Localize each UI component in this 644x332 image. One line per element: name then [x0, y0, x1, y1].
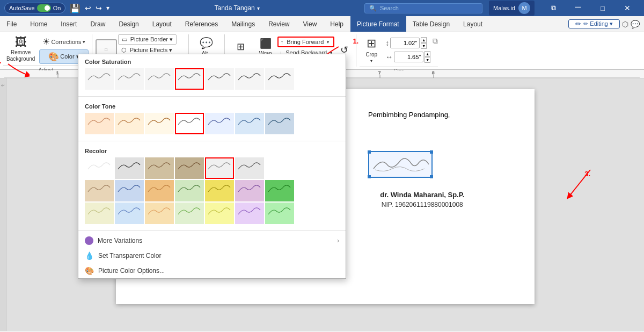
- width-input-row: ↔ ▲ ▼: [385, 51, 430, 63]
- recolor-thumb-lt-lavender[interactable]: [235, 203, 264, 224]
- title-bar: AutoSave On 💾 ↩ ↪ ▾ Tanda Tangan ▾ 🔍 Sea…: [0, 0, 644, 16]
- tab-view[interactable]: View: [297, 16, 324, 32]
- search-icon: 🔍: [369, 5, 377, 12]
- close-btn[interactable]: ✕: [615, 0, 640, 16]
- editing-tab[interactable]: ✏ ✏ Editing ▾: [568, 19, 620, 28]
- remove-bg-icon: 🖼: [15, 37, 27, 48]
- bring-forward-label: Bring Forward: [287, 39, 324, 45]
- height-input[interactable]: [390, 38, 420, 48]
- crop-btn[interactable]: ⊞ Crop ▾: [360, 34, 383, 66]
- saturation-thumb-1[interactable]: [115, 68, 144, 90]
- autosave-badge[interactable]: AutoSave On: [4, 3, 65, 13]
- svg-text:1: 1: [56, 70, 59, 75]
- tab-file[interactable]: File: [0, 16, 24, 32]
- tone-thumb-4[interactable]: [205, 113, 234, 134]
- tone-thumb-1[interactable]: [115, 113, 144, 134]
- tab-design[interactable]: Design: [112, 16, 145, 32]
- tab-insert[interactable]: Insert: [54, 16, 84, 32]
- saturation-thumb-6[interactable]: [265, 68, 294, 90]
- recolor-section: Recolor: [78, 143, 346, 228]
- tone-thumb-5[interactable]: [235, 113, 264, 134]
- more-variations-arrow: ›: [337, 237, 339, 244]
- recolor-thumb-lime[interactable]: [265, 180, 294, 201]
- maximize-btn[interactable]: □: [590, 0, 615, 16]
- recolor-thumb-lt-beige[interactable]: [85, 203, 114, 224]
- tone-thumb-2[interactable]: [145, 113, 174, 134]
- tab-table-design[interactable]: Table Design: [406, 16, 457, 32]
- avatar[interactable]: M: [518, 2, 530, 14]
- tab-references[interactable]: References: [179, 16, 225, 32]
- width-spinner[interactable]: ▲ ▼: [425, 51, 430, 63]
- recolor-thumb-dark-tan[interactable]: [175, 157, 204, 179]
- tone-thumb-0[interactable]: [85, 113, 114, 134]
- recolor-thumb-purple[interactable]: [235, 180, 264, 201]
- recolor-thumb-lt-green[interactable]: [175, 203, 204, 224]
- corrections-btn[interactable]: ☀ Corrections ▾: [39, 35, 88, 48]
- recolor-thumb-yellow[interactable]: [205, 180, 234, 201]
- recolor-thumb-lt-orange[interactable]: [145, 203, 174, 224]
- redo-icon[interactable]: ↪: [96, 4, 102, 12]
- recolor-thumb-green[interactable]: [175, 180, 204, 201]
- restore-down-btn[interactable]: ⧉: [541, 0, 566, 16]
- bring-forward-btn[interactable]: ↑ Bring Forward ▾: [277, 37, 335, 47]
- window-controls: ⧉ ─ □ ✕: [541, 0, 640, 16]
- tab-layout[interactable]: Layout: [146, 16, 179, 32]
- tab-picture-format[interactable]: Picture Format: [350, 16, 406, 32]
- tab-layout2[interactable]: Layout: [457, 16, 489, 32]
- tab-help[interactable]: Help: [324, 16, 350, 32]
- document-title: Tanda Tangan: [215, 4, 255, 12]
- remove-background-btn[interactable]: 🖼 RemoveBackground: [3, 34, 38, 64]
- saturation-thumb-0[interactable]: [85, 68, 114, 90]
- set-transparent-label: Set Transparent Color: [98, 252, 161, 259]
- recolor-thumb-orange[interactable]: [145, 180, 174, 201]
- handle-tl[interactable]: [368, 150, 371, 154]
- saturation-thumbnails: [85, 68, 339, 90]
- tab-review[interactable]: Review: [262, 16, 296, 32]
- recolor-thumb-black[interactable]: [115, 157, 144, 179]
- dropdown-icon[interactable]: ▾: [257, 5, 260, 11]
- tab-mailings[interactable]: Mailings: [225, 16, 262, 32]
- undo-icon[interactable]: ↩: [85, 4, 91, 12]
- handle-br[interactable]: [430, 175, 433, 178]
- picture-color-options-btn[interactable]: 🎨 Picture Color Options...: [78, 263, 346, 278]
- tab-home[interactable]: Home: [24, 16, 54, 32]
- saturation-thumb-2[interactable]: [145, 68, 174, 90]
- set-transparent-btn[interactable]: 💧 Set Transparent Color: [78, 248, 346, 263]
- color-dropdown-panel: Color Saturation: [78, 54, 346, 279]
- recolor-thumb-beige[interactable]: [85, 180, 114, 201]
- picture-border-btn[interactable]: ▭ Picture Border ▾: [118, 34, 177, 45]
- recolor-thumb-blue[interactable]: [115, 180, 144, 201]
- bring-forward-arrow: ▾: [327, 40, 329, 45]
- tab-draw[interactable]: Draw: [84, 16, 112, 32]
- recolor-thumb-6[interactable]: [235, 157, 264, 179]
- size-expand-icon[interactable]: ⧉: [433, 37, 438, 46]
- comments-icon[interactable]: 💬: [631, 20, 640, 28]
- save-icon[interactable]: 💾: [70, 3, 80, 13]
- more-variations-btn[interactable]: More Variations ›: [78, 233, 346, 248]
- handle-tr[interactable]: [430, 150, 433, 154]
- set-transparent-icon: 💧: [85, 251, 94, 260]
- recolor-thumb-lt-yellow[interactable]: [205, 203, 234, 224]
- signature-image[interactable]: [368, 151, 433, 178]
- recolor-thumb-tan[interactable]: [145, 157, 174, 179]
- autosave-toggle[interactable]: [37, 4, 51, 12]
- saturation-thumb-3[interactable]: [175, 68, 204, 90]
- saturation-thumb-5[interactable]: [235, 68, 264, 90]
- tone-thumb-6[interactable]: [265, 113, 294, 134]
- height-input-row: ↕ ▲ ▼: [385, 37, 430, 49]
- share-icon[interactable]: ⬡: [622, 20, 628, 28]
- corrections-dropdown: ▾: [83, 39, 85, 45]
- recolor-thumb-selected[interactable]: [205, 157, 234, 179]
- more-variations-label: More Variations: [98, 237, 142, 244]
- account-area[interactable]: Malas.id M: [489, 1, 535, 16]
- recolor-thumb-no[interactable]: [85, 157, 114, 179]
- recolor-thumb-lt-blue[interactable]: [115, 203, 144, 224]
- minimize-btn[interactable]: ─: [566, 0, 590, 16]
- tone-thumb-3[interactable]: [175, 113, 204, 134]
- height-spinner[interactable]: ▲ ▼: [421, 37, 427, 49]
- saturation-thumb-4[interactable]: [205, 68, 234, 90]
- search-bar[interactable]: 🔍 Search: [364, 3, 482, 13]
- handle-bl[interactable]: [368, 175, 371, 178]
- recolor-thumb-lt-lime[interactable]: [265, 203, 294, 224]
- width-input[interactable]: [394, 52, 423, 62]
